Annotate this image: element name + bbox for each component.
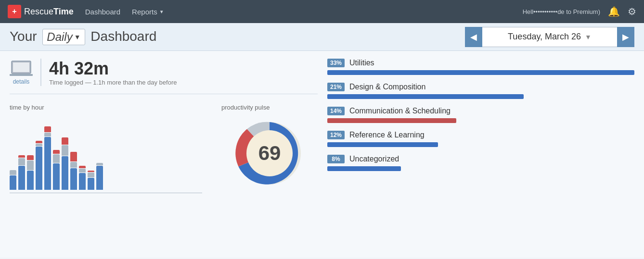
category-header: 14%Communication & Scheduling — [327, 107, 634, 115]
logo[interactable]: + RescueTime — [8, 5, 74, 18]
logo-text: RescueTime — [24, 7, 74, 17]
category-item: 21%Design & Composition — [327, 83, 634, 99]
category-name[interactable]: Uncategorized — [349, 155, 399, 163]
device-icon[interactable]: details — [10, 60, 33, 85]
bar-chart — [10, 115, 202, 192]
category-bar — [327, 94, 524, 99]
bar-group — [53, 118, 60, 190]
time-subtitle: Time logged — 1.1h more than the day bef… — [49, 79, 177, 86]
bar-group — [44, 118, 51, 190]
bar-gray — [70, 162, 77, 168]
bar-red — [70, 152, 77, 161]
bar-gray — [53, 154, 60, 163]
bar-blue — [18, 166, 25, 190]
category-item: 8%Uncategorized — [327, 155, 634, 171]
bar-group — [70, 118, 77, 190]
category-badge: 8% — [327, 155, 345, 163]
category-header: 8%Uncategorized — [327, 155, 634, 163]
bar-gray — [44, 133, 51, 136]
bar-gray — [88, 173, 94, 177]
bar-red — [36, 141, 42, 143]
bar-red — [27, 155, 34, 160]
period-dropdown-icon: ▼ — [74, 33, 81, 41]
category-header: 12%Reference & Learning — [327, 131, 634, 139]
category-name[interactable]: Design & Composition — [349, 83, 425, 91]
bar-gray — [10, 170, 16, 175]
charts-row: time by hour productivity pulse — [10, 104, 318, 193]
date-display: Tuesday, March 26 ▼ — [482, 27, 617, 47]
bar-blue — [79, 173, 86, 190]
settings-icon[interactable]: ⚙ — [628, 6, 636, 17]
bar-blue — [62, 156, 68, 190]
main-content: details 4h 32m Time logged — 1.1h more t… — [0, 51, 644, 258]
time-by-hour-chart: time by hour — [10, 104, 202, 193]
category-header: 21%Design & Composition — [327, 83, 634, 91]
time-info: 4h 32m Time logged — 1.1h more than the … — [40, 59, 177, 86]
bar-gray — [36, 144, 42, 146]
bar-blue — [10, 175, 16, 190]
bar-red — [53, 150, 60, 154]
nav-reports[interactable]: Reports ▼ — [132, 8, 164, 16]
bar-group — [79, 118, 86, 190]
time-by-hour-label: time by hour — [10, 104, 202, 111]
pulse-score: 69 — [258, 142, 281, 165]
category-name[interactable]: Utilities — [349, 59, 374, 67]
period-selector[interactable]: Daily ▼ — [42, 29, 85, 45]
reports-dropdown-icon: ▼ — [159, 9, 164, 14]
category-bar — [327, 166, 401, 171]
bar-group — [62, 118, 68, 190]
category-bar — [327, 70, 634, 75]
category-header: 33%Utilities — [327, 59, 634, 67]
header-bar: Your Daily ▼ Dashboard ◀ Tuesday, March … — [0, 23, 644, 51]
bar-blue — [44, 137, 51, 190]
category-item: 33%Utilities — [327, 59, 634, 75]
laptop-svg — [10, 60, 33, 76]
bar-red — [79, 166, 86, 168]
notification-icon[interactable]: 🔔 — [608, 6, 620, 17]
productivity-pulse-label: productivity pulse — [221, 104, 318, 111]
bar-group — [96, 118, 103, 190]
svg-rect-2 — [10, 74, 33, 76]
details-link[interactable]: details — [13, 78, 30, 85]
bar-gray — [62, 145, 68, 156]
category-badge: 33% — [327, 59, 345, 67]
prev-date-button[interactable]: ◀ — [465, 27, 482, 47]
left-panel: details 4h 32m Time logged — 1.1h more t… — [10, 59, 318, 250]
time-summary: details 4h 32m Time logged — 1.1h more t… — [10, 59, 318, 94]
logo-icon: + — [8, 5, 21, 18]
category-name[interactable]: Communication & Scheduling — [349, 107, 451, 115]
bar-red — [88, 171, 94, 172]
category-name[interactable]: Reference & Learning — [349, 131, 425, 139]
calendar-icon: ▼ — [585, 33, 592, 41]
bar-group — [10, 118, 16, 190]
bar-blue — [88, 178, 94, 190]
bar-group — [18, 118, 25, 190]
navbar: + RescueTime Dashboard Reports ▼ Hell•••… — [0, 0, 644, 23]
bar-blue — [70, 168, 77, 190]
right-panel: 33%Utilities21%Design & Composition14%Co… — [327, 59, 634, 250]
nav-user-label: Hell•••••••••••de to Premium) — [523, 8, 600, 15]
nav-right: Hell•••••••••••de to Premium) 🔔 ⚙ — [523, 6, 636, 17]
bar-gray — [96, 163, 103, 165]
bar-blue — [96, 166, 103, 190]
next-date-button[interactable]: ▶ — [617, 27, 634, 47]
date-navigator: ◀ Tuesday, March 26 ▼ ▶ — [465, 27, 634, 47]
svg-rect-1 — [13, 62, 29, 72]
bar-group — [27, 118, 34, 190]
bar-group — [88, 118, 94, 190]
category-item: 14%Communication & Scheduling — [327, 107, 634, 123]
category-bar — [327, 142, 438, 147]
page-title: Your Daily ▼ Dashboard — [10, 29, 156, 45]
bar-red — [44, 126, 51, 132]
bar-gray — [79, 169, 86, 173]
nav-dashboard[interactable]: Dashboard — [85, 8, 120, 16]
productivity-pulse-section: productivity pulse 69 — [221, 104, 318, 193]
bar-blue — [36, 147, 42, 190]
time-total: 4h 32m — [49, 59, 177, 79]
bar-gray — [18, 158, 25, 165]
bar-gray — [27, 160, 34, 170]
category-badge: 12% — [327, 131, 345, 139]
category-badge: 21% — [327, 83, 345, 91]
category-bar — [327, 118, 456, 123]
category-badge: 14% — [327, 107, 345, 115]
